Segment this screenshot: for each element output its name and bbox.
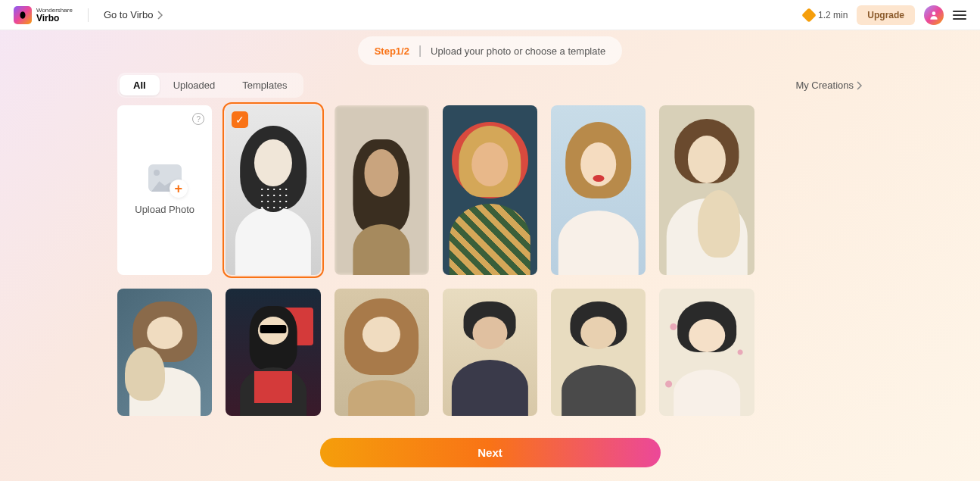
template-card[interactable] [443,289,537,416]
app-header: Wondershare Virbo Go to Virbo 1.2 min Up… [0,0,980,30]
brand-text: Wondershare Virbo [36,8,73,23]
header-left: Wondershare Virbo Go to Virbo [14,6,163,24]
tab-templates[interactable]: Templates [229,75,300,95]
step-number: Step1/2 [375,45,409,57]
template-card[interactable] [334,105,429,275]
my-creations-label: My Creations [795,80,854,91]
my-creations-link[interactable]: My Creations [795,80,863,91]
next-button[interactable]: Next [320,438,661,467]
template-card[interactable] [443,105,537,275]
upgrade-button[interactable]: Upgrade [857,5,915,25]
template-card[interactable] [117,289,212,416]
template-grid-row2 [0,289,980,416]
template-card[interactable] [551,105,646,275]
template-card[interactable] [659,289,754,416]
goto-virbo-link[interactable]: Go to Virbo [104,9,164,20]
template-card[interactable]: ✓ [226,105,320,275]
virbo-logo-icon [14,6,32,24]
tab-all[interactable]: All [120,75,160,95]
upload-icon: + [148,164,182,192]
filter-tabs: All Uploaded Templates [117,73,303,98]
svg-point-0 [932,11,936,15]
template-card[interactable] [226,289,320,416]
person-icon [929,10,939,20]
header-divider [88,8,89,22]
credits-value: 1.2 min [818,10,848,20]
step-instruction: Upload your photo or choose a template [431,45,605,57]
template-grid: ? + Upload Photo ✓ [0,105,980,275]
template-card[interactable] [659,105,754,275]
template-card[interactable] [551,289,646,416]
brand-text-bottom: Virbo [36,14,73,23]
diamond-icon [801,8,817,23]
tab-uploaded[interactable]: Uploaded [160,75,229,95]
upload-label: Upload Photo [135,204,194,215]
toolbar: All Uploaded Templates My Creations [0,65,980,105]
plus-icon: + [170,180,188,198]
goto-virbo-label: Go to Virbo [104,9,154,20]
step-indicator: Step1/2 | Upload your photo or choose a … [358,36,623,65]
template-card[interactable] [334,289,429,416]
upload-photo-card[interactable]: ? + Upload Photo [117,105,212,275]
help-icon[interactable]: ? [192,113,204,125]
chevron-right-icon [157,11,163,20]
brand-logo[interactable]: Wondershare Virbo [14,6,73,24]
step-divider: | [418,44,422,58]
credits-display[interactable]: 1.2 min [804,10,848,20]
user-avatar[interactable] [924,5,944,25]
check-icon: ✓ [232,111,248,128]
chevron-right-icon [857,81,863,90]
header-right: 1.2 min Upgrade [804,5,966,25]
hamburger-menu-icon[interactable] [953,11,966,20]
